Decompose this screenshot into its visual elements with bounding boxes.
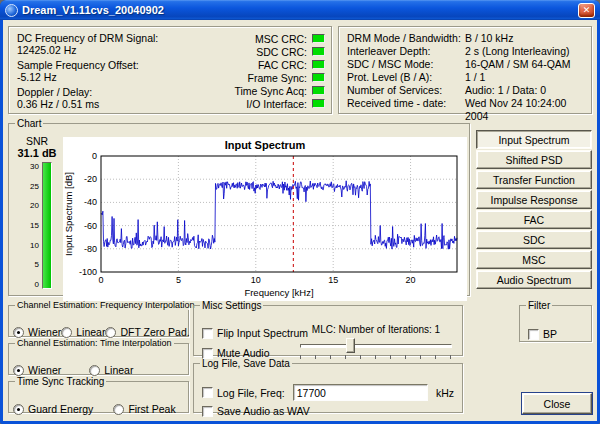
time-interpolation-group: Channel Estimation: Time Interpolation W… bbox=[8, 338, 189, 375]
titlebar-close-button[interactable]: ✕ bbox=[578, 3, 595, 18]
checkbox-indicator bbox=[202, 348, 213, 359]
led-status-column: MSC CRC: SDC CRC: FAC CRC: Frame Sync: T… bbox=[185, 32, 325, 110]
snr-scale-5: 5 bbox=[22, 260, 39, 269]
io-interface-row: I/O Interface: bbox=[185, 97, 325, 110]
frame-sync-row: Frame Sync: bbox=[185, 71, 325, 84]
svg-text:10: 10 bbox=[251, 275, 261, 285]
checkbox-label: BP bbox=[543, 328, 557, 340]
view-button-transfer-function[interactable]: Transfer Function bbox=[476, 170, 592, 189]
io-interface-led bbox=[312, 99, 325, 108]
spectrum-title: Input Spectrum bbox=[63, 137, 467, 153]
time-interpolation-options: Wiener Linear bbox=[13, 364, 184, 376]
received-time-value: Wed Nov 24 10:24:00 2004 bbox=[465, 97, 585, 123]
sdc-msc-mode-value: 16-QAM / SM 64-QAM bbox=[465, 58, 585, 71]
svg-text:Input Spectrum [dB]: Input Spectrum [dB] bbox=[63, 172, 74, 256]
dc-frequency-row: DC Frequency of DRM Signal: 12425.02 Hz bbox=[17, 32, 185, 56]
io-interface-label: I/O Interface: bbox=[246, 98, 307, 110]
drm-mode-value: B / 10 kHz bbox=[465, 32, 585, 45]
logfile-checkbox[interactable]: Log File, Freq: bbox=[202, 387, 285, 399]
fac-crc-label: FAC CRC: bbox=[258, 59, 307, 71]
view-button-input-spectrum[interactable]: Input Spectrum bbox=[476, 130, 592, 149]
mlc-slider[interactable] bbox=[300, 338, 452, 354]
misc-settings-group-label: Misc Settings bbox=[200, 300, 263, 311]
checkbox-indicator bbox=[202, 406, 213, 417]
radio-sync-first-peak[interactable]: First Peak bbox=[113, 403, 175, 415]
snr-label: SNR bbox=[26, 135, 48, 147]
fac-crc-row: FAC CRC: bbox=[185, 58, 325, 71]
snr-scale-15: 15 bbox=[22, 221, 39, 230]
radio-sync-guard-energy[interactable]: Guard Energy bbox=[13, 403, 93, 415]
radio-time-wiener[interactable]: Wiener bbox=[13, 364, 61, 376]
freq-interpolation-options: Wiener Linear DFT Zero Pad. bbox=[13, 326, 184, 338]
view-button-shifted-psd[interactable]: Shifted PSD bbox=[476, 150, 592, 169]
radio-label: DFT Zero Pad. bbox=[120, 326, 189, 338]
radio-freq-linear[interactable]: Linear bbox=[61, 326, 105, 338]
logfile-freq-input[interactable] bbox=[293, 384, 428, 401]
close-button[interactable]: Close bbox=[522, 393, 592, 414]
msc-crc-label: MSC CRC: bbox=[255, 33, 307, 45]
interleaver-label: Interleaver Depth: bbox=[347, 45, 465, 58]
num-services-label: Number of Services: bbox=[347, 84, 465, 97]
mlc-slider-track[interactable] bbox=[300, 344, 452, 348]
view-button-column: Input Spectrum Shifted PSD Transfer Func… bbox=[476, 130, 592, 289]
logfile-row: Log File, Freq: kHz bbox=[202, 384, 454, 401]
time-sync-label: Time Sync Acq: bbox=[234, 85, 307, 97]
mode-status-panel: DRM Mode / Bandwidth: B / 10 kHz Interle… bbox=[338, 26, 592, 114]
bp-checkbox[interactable]: BP bbox=[528, 328, 557, 340]
svg-text:15: 15 bbox=[328, 275, 338, 285]
fac-crc-led bbox=[312, 60, 325, 69]
radio-label: Guard Energy bbox=[28, 403, 93, 415]
checkbox-indicator bbox=[202, 328, 213, 339]
msc-crc-row: MSC CRC: bbox=[185, 32, 325, 45]
mlc-slider-handle[interactable] bbox=[346, 338, 355, 353]
snr-scale-10: 10 bbox=[22, 241, 39, 250]
radio-indicator bbox=[89, 365, 100, 376]
time-sync-led bbox=[312, 86, 325, 95]
snr-meter: 30 25 20 15 10 5 0 bbox=[22, 162, 52, 289]
snr-value: 31.1 dB bbox=[17, 147, 56, 159]
doppler-delay-row: Doppler / Delay: 0.36 Hz / 0.51 ms bbox=[17, 86, 185, 110]
radio-time-linear[interactable]: Linear bbox=[89, 364, 133, 376]
view-button-msc[interactable]: MSC bbox=[476, 250, 592, 269]
time-sync-options: Guard Energy First Peak bbox=[13, 403, 184, 415]
radio-indicator bbox=[13, 365, 24, 376]
mlc-iterations-label: MLC: Number of Iterations: 1 bbox=[300, 324, 452, 335]
svg-text:Frequency [kHz]: Frequency [kHz] bbox=[244, 287, 313, 298]
view-button-impulse-response[interactable]: Impulse Response bbox=[476, 190, 592, 209]
radio-freq-dft-zero-pad[interactable]: DFT Zero Pad. bbox=[105, 326, 189, 338]
time-sync-tracking-group: Time Sync Tracking Guard Energy First Pe… bbox=[8, 376, 189, 413]
flip-spectrum-checkbox[interactable]: Flip Input Spectrum bbox=[202, 327, 308, 339]
svg-text:-40: -40 bbox=[84, 197, 97, 207]
radio-indicator bbox=[105, 327, 116, 338]
sdc-crc-label: SDC CRC: bbox=[256, 46, 307, 58]
snr-block: SNR 31.1 dB 30 25 20 15 10 5 0 bbox=[13, 135, 61, 289]
sample-offset-label: Sample Frequency Offset: bbox=[17, 59, 185, 71]
radio-label: Linear bbox=[104, 364, 133, 376]
close-icon: ✕ bbox=[583, 5, 591, 15]
view-button-sdc[interactable]: SDC bbox=[476, 230, 592, 249]
window-body: DC Frequency of DRM Signal: 12425.02 Hz … bbox=[3, 20, 597, 421]
freq-interpolation-group-label: Channel Estimation: Frequency Interpolat… bbox=[15, 300, 197, 310]
msc-crc-led bbox=[312, 34, 325, 43]
chart-group-label: Chart bbox=[15, 118, 43, 129]
radio-freq-wiener[interactable]: Wiener bbox=[13, 326, 61, 338]
filter-group: Filter BP bbox=[519, 300, 592, 342]
checkbox-indicator bbox=[202, 387, 213, 398]
snr-meter-bar bbox=[42, 162, 52, 289]
snr-scale-25: 25 bbox=[22, 182, 39, 191]
app-icon[interactable] bbox=[5, 4, 18, 17]
radio-indicator bbox=[13, 404, 24, 415]
radio-label: First Peak bbox=[128, 403, 175, 415]
view-button-audio-spectrum[interactable]: Audio Spectrum bbox=[476, 270, 592, 289]
title-bar[interactable]: Dream_V1.11cvs_20040902 ✕ bbox=[0, 0, 600, 20]
view-button-fac[interactable]: FAC bbox=[476, 210, 592, 229]
time-sync-tracking-group-label: Time Sync Tracking bbox=[15, 376, 106, 387]
mode-status-grid: DRM Mode / Bandwidth: B / 10 kHz Interle… bbox=[347, 32, 585, 123]
snr-scale-30: 30 bbox=[22, 162, 39, 171]
svg-text:-20: -20 bbox=[84, 174, 97, 184]
drm-mode-label: DRM Mode / Bandwidth: bbox=[347, 32, 465, 45]
svg-text:5: 5 bbox=[176, 275, 181, 285]
radio-indicator bbox=[113, 404, 124, 415]
save-wav-checkbox[interactable]: Save Audio as WAV bbox=[202, 405, 310, 417]
radio-label: Linear bbox=[76, 326, 105, 338]
